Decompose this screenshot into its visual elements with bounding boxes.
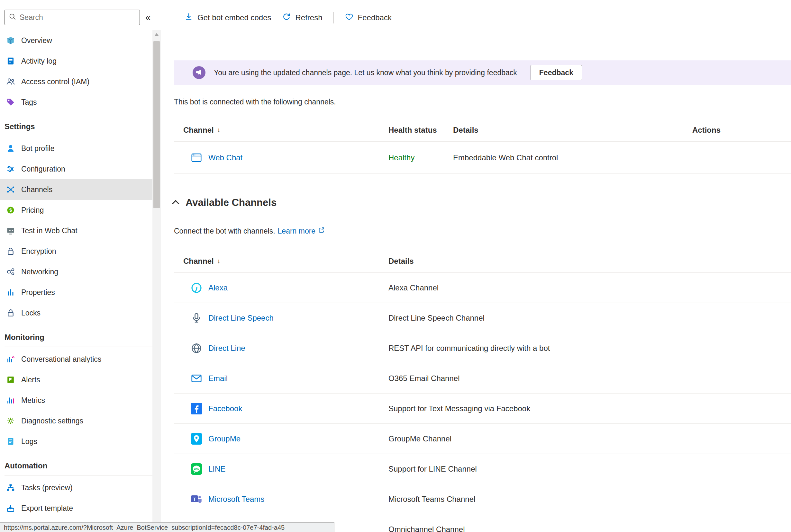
sidebar-item-label: Alerts (21, 376, 40, 384)
search-input[interactable] (20, 13, 136, 22)
refresh-label: Refresh (295, 13, 322, 22)
tag-icon (6, 97, 15, 107)
banner-message: You are using the updated channels page.… (214, 69, 517, 77)
sidebar-item-activity-log[interactable]: Activity log (0, 51, 153, 71)
sidebar-item-alerts[interactable]: Alerts (0, 369, 153, 390)
sidebar-item-label: Configuration (21, 165, 65, 173)
sidebar-nav: Overview Activity log Access control (IA… (0, 30, 161, 518)
refresh-button[interactable]: Refresh (279, 10, 326, 26)
networking-icon (6, 267, 15, 277)
learn-more-link[interactable]: Learn more (278, 227, 316, 235)
sidebar-item-configuration[interactable]: Configuration (0, 159, 153, 179)
activity-log-icon (6, 56, 15, 66)
sidebar-item-networking[interactable]: Networking (0, 262, 153, 282)
channel-details: Support for LINE Channel (388, 464, 791, 474)
channel-details: Embeddable Web Chat control (453, 153, 692, 162)
sidebar-item-overview[interactable]: Overview (0, 30, 153, 51)
analytics-icon (6, 354, 15, 364)
sidebar-item-conversational-analytics[interactable]: Conversational analytics (0, 349, 153, 369)
table-row[interactable]: Facebook Support for Text Messaging via … (174, 394, 791, 424)
search-icon (9, 13, 16, 22)
feedback-button[interactable]: Feedback (342, 10, 395, 26)
sidebar-item-channels[interactable]: Channels (0, 179, 153, 200)
facebook-icon (191, 403, 202, 414)
sidebar-item-label: Properties (21, 288, 55, 297)
app-root: « Overview Activity log Access control (… (0, 0, 791, 532)
channel-column-header[interactable]: Channel ↓ (174, 126, 388, 135)
line-link[interactable]: LINE (208, 464, 225, 474)
sidebar: « Overview Activity log Access control (… (0, 0, 161, 532)
channel-details: Microsoft Teams Channel (388, 495, 791, 504)
sort-descending-icon: ↓ (217, 257, 220, 265)
search-box[interactable] (4, 10, 140, 25)
microphone-icon (191, 312, 202, 324)
channel-details: O365 Email Channel (388, 374, 791, 383)
alexa-link[interactable]: Alexa (208, 283, 228, 292)
megaphone-icon (192, 66, 205, 79)
sidebar-item-label: Test in Web Chat (21, 227, 77, 235)
sidebar-section-monitoring: Monitoring (4, 333, 153, 347)
get-embed-codes-button[interactable]: Get bot embed codes (181, 10, 274, 26)
sidebar-item-label: Conversational analytics (21, 355, 101, 364)
svg-text:T: T (193, 496, 196, 501)
sidebar-item-tasks[interactable]: Tasks (preview) (0, 477, 153, 498)
table-row[interactable]: Web Chat Healthy Embeddable Web Chat con… (174, 142, 791, 174)
people-icon (6, 77, 15, 87)
sidebar-item-diagnostic-settings[interactable]: Diagnostic settings (0, 411, 153, 431)
lock-icon (6, 246, 15, 256)
sidebar-item-bot-profile[interactable]: Bot profile (0, 138, 153, 159)
sidebar-item-label: Activity log (21, 57, 57, 65)
sidebar-item-test-web-chat[interactable]: Test in Web Chat (0, 221, 153, 241)
web-chat-link[interactable]: Web Chat (208, 153, 242, 162)
sidebar-item-access-control[interactable]: Access control (IAM) (0, 71, 153, 92)
sidebar-item-metrics[interactable]: Metrics (0, 390, 153, 411)
sidebar-scrollbar-thumb[interactable] (153, 41, 160, 208)
sidebar-item-encryption[interactable]: Encryption (0, 241, 153, 262)
table-row[interactable]: Email O365 Email Channel (174, 363, 791, 394)
metrics-chart-icon (6, 396, 15, 405)
actions-column-header: Actions (692, 126, 791, 135)
scrollbar-up-arrow[interactable] (152, 30, 161, 39)
available-table-header: Channel ↓ Details (174, 250, 791, 273)
sidebar-item-properties[interactable]: Properties (0, 282, 153, 303)
table-row[interactable]: Direct Line REST API for communicating d… (174, 333, 791, 363)
microsoft-teams-link[interactable]: Microsoft Teams (208, 495, 264, 504)
sidebar-search-row: « (0, 10, 161, 25)
sidebar-item-logs[interactable]: Logs (0, 431, 153, 452)
email-link[interactable]: Email (208, 374, 228, 383)
table-row[interactable]: LINE LINE Support for LINE Channel (174, 454, 791, 484)
table-row[interactable]: T Microsoft Teams Microsoft Teams Channe… (174, 484, 791, 514)
direct-line-link[interactable]: Direct Line (208, 344, 245, 353)
sidebar-collapse-button[interactable]: « (140, 12, 156, 23)
bars-icon (6, 287, 15, 297)
details-column-header[interactable]: Details (388, 257, 791, 266)
logs-icon (6, 437, 15, 446)
sidebar-item-label: Pricing (21, 206, 44, 215)
channel-column-header[interactable]: Channel ↓ (174, 257, 388, 266)
sidebar-item-tags[interactable]: Tags (0, 92, 153, 112)
direct-line-speech-link[interactable]: Direct Line Speech (208, 314, 274, 323)
sidebar-section-settings: Settings (4, 122, 153, 136)
sidebar-scrollbar[interactable] (152, 30, 161, 532)
sidebar-item-label: Networking (21, 268, 58, 276)
available-channels-table: Channel ↓ Details Alexa Alexa Channel Di… (174, 250, 791, 532)
sidebar-item-export-template[interactable]: Export template (0, 498, 153, 518)
table-row[interactable]: Direct Line Speech Direct Line Speech Ch… (174, 303, 791, 333)
channels-network-icon (6, 185, 15, 194)
export-download-icon (6, 504, 15, 513)
svg-text:LINE: LINE (194, 468, 199, 470)
table-row[interactable]: GroupMe GroupMe Channel (174, 424, 791, 454)
details-column-header[interactable]: Details (453, 126, 692, 135)
sidebar-item-locks[interactable]: Locks (0, 303, 153, 323)
alert-flag-icon (6, 375, 15, 384)
facebook-link[interactable]: Facebook (208, 404, 242, 413)
table-row[interactable]: Alexa Alexa Channel (174, 273, 791, 303)
groupme-link[interactable]: GroupMe (208, 434, 240, 443)
sidebar-item-label: Logs (21, 437, 37, 446)
banner-feedback-button[interactable]: Feedback (531, 65, 582, 80)
connected-channels-table: Channel ↓ Health status Details Actions … (174, 118, 791, 174)
collapse-section-icon[interactable] (172, 200, 180, 208)
sidebar-item-label: Access control (IAM) (21, 77, 89, 86)
sidebar-item-pricing[interactable]: $ Pricing (0, 200, 153, 221)
health-status-column-header[interactable]: Health status (388, 126, 453, 135)
